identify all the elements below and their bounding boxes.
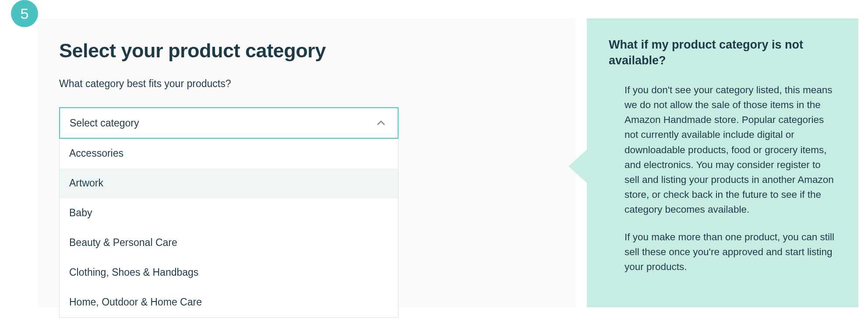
category-select: Select category Accessories Artwork Baby…: [59, 107, 399, 318]
category-select-placeholder: Select category: [70, 117, 139, 129]
category-option-accessories[interactable]: Accessories: [60, 139, 398, 169]
category-option-artwork[interactable]: Artwork: [60, 169, 398, 198]
category-question: What category best fits your products?: [59, 78, 563, 90]
page-title: Select your product category: [59, 39, 563, 62]
category-option-beauty[interactable]: Beauty & Personal Care: [60, 228, 398, 258]
step-number-badge: 5: [11, 0, 38, 27]
callout-title: What if my product category is not avail…: [609, 37, 837, 69]
callout-paragraph-2: If you make more than one product, you c…: [625, 230, 837, 275]
callout-body: If you don't see your category listed, t…: [625, 83, 837, 274]
callout-paragraph-1: If you don't see your category listed, t…: [625, 83, 837, 218]
callout-arrow-icon: [568, 150, 587, 183]
category-select-options: Accessories Artwork Baby Beauty & Person…: [59, 139, 399, 318]
main-panel: Select your product category What catego…: [37, 18, 576, 307]
help-callout-panel: What if my product category is not avail…: [587, 18, 858, 307]
category-select-header[interactable]: Select category: [59, 107, 399, 139]
category-option-clothing[interactable]: Clothing, Shoes & Handbags: [60, 258, 398, 288]
category-option-baby[interactable]: Baby: [60, 198, 398, 228]
step-number: 5: [21, 5, 29, 22]
chevron-up-icon: [377, 120, 385, 126]
category-option-home[interactable]: Home, Outdoor & Home Care: [60, 288, 398, 317]
